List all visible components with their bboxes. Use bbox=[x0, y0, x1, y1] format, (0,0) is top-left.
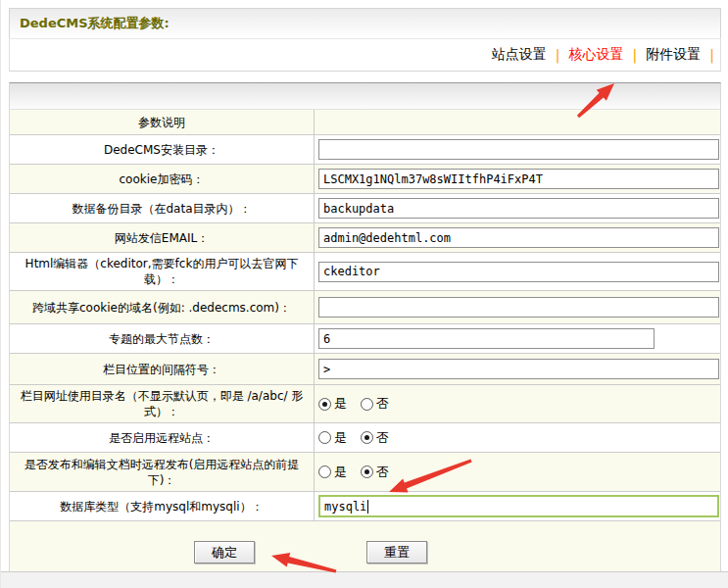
install-dir-input[interactable] bbox=[318, 139, 719, 160]
text-cursor bbox=[367, 500, 368, 514]
tab-separator: | bbox=[705, 47, 718, 63]
remote-publish-radio-yes-label: 是 bbox=[334, 464, 347, 481]
max-topic-nodes-label: 专题的最大节点数： bbox=[10, 324, 315, 353]
max-topic-nodes-input[interactable] bbox=[318, 328, 655, 349]
html-editor-label: Html编辑器（ckeditor,需要fck的用户可以去官网下载）： bbox=[10, 253, 315, 290]
radio-selected-icon[interactable] bbox=[361, 431, 373, 444]
install-dir-label: DedeCMS安装目录： bbox=[10, 135, 315, 164]
radio-unselected-icon[interactable] bbox=[361, 398, 373, 411]
cookie-domain-input[interactable] bbox=[318, 297, 719, 318]
db-type-value-cell: mysqli bbox=[315, 492, 720, 520]
dir-style-url-radio-yes[interactable]: 是 bbox=[318, 395, 347, 413]
remote-site-radio-no-label: 否 bbox=[376, 429, 389, 447]
config-rows: DedeCMS安装目录：cookie加密码：数据备份目录（在data目录内）：网… bbox=[10, 135, 720, 521]
config-row-html-editor: Html编辑器（ckeditor,需要fck的用户可以去官网下载）： bbox=[10, 253, 720, 291]
dir-style-url-label: 栏目网址使用目录名（不显示默认页，即是 /a/abc/ 形式）： bbox=[10, 385, 315, 422]
site-email-value-cell bbox=[315, 223, 720, 252]
table-header-row: 参数说明 bbox=[10, 110, 720, 135]
dir-style-url-value-cell: 是否 bbox=[315, 385, 720, 422]
site-email-input[interactable] bbox=[318, 227, 719, 248]
config-row-max-topic-nodes: 专题的最大节点数： bbox=[10, 324, 720, 354]
position-separator-value-cell bbox=[315, 354, 720, 384]
config-table: 参数说明 DedeCMS安装目录：cookie加密码：数据备份目录（在data目… bbox=[9, 82, 721, 578]
tab-separator: | bbox=[629, 47, 642, 63]
tab-site-settings[interactable]: 站点设置 bbox=[487, 46, 552, 64]
form-actions-row: 确定 重置 bbox=[10, 521, 720, 578]
radio-unselected-icon[interactable] bbox=[318, 466, 331, 478]
dir-style-url-radio-no-label: 否 bbox=[376, 395, 389, 413]
cookie-encode-value-cell bbox=[315, 165, 720, 193]
config-row-backup-dir: 数据备份目录（在data目录内）： bbox=[10, 194, 720, 223]
remote-site-radio-yes-label: 是 bbox=[334, 429, 347, 447]
remote-site-label: 是否启用远程站点： bbox=[10, 423, 315, 452]
config-row-dir-style-url: 栏目网址使用目录名（不显示默认页，即是 /a/abc/ 形式）：是否 bbox=[10, 385, 720, 423]
cookie-domain-value-cell bbox=[315, 291, 720, 323]
max-topic-nodes-value-cell bbox=[315, 324, 720, 353]
tab-core-settings[interactable]: 核心设置 bbox=[564, 46, 629, 64]
remote-publish-radio-yes[interactable]: 是 bbox=[318, 464, 347, 481]
remote-site-radio-no[interactable]: 否 bbox=[361, 429, 389, 447]
remote-publish-radio-no-label: 否 bbox=[376, 464, 389, 481]
dir-style-url-radio-no[interactable]: 否 bbox=[361, 395, 389, 413]
radio-selected-icon[interactable] bbox=[361, 466, 373, 478]
config-row-cookie-encode: cookie加密码： bbox=[10, 165, 720, 194]
confirm-button[interactable]: 确定 bbox=[194, 541, 255, 564]
config-row-install-dir: DedeCMS安装目录： bbox=[10, 135, 720, 165]
db-type-input-text: mysqli bbox=[324, 500, 366, 514]
remote-publish-radio-no[interactable]: 否 bbox=[361, 464, 389, 481]
page-title: DedeCMS系统配置参数: bbox=[20, 15, 170, 32]
position-separator-label: 栏目位置的间隔符号： bbox=[10, 354, 315, 384]
config-row-site-email: 网站发信EMAIL： bbox=[10, 223, 720, 253]
remote-publish-label: 是否发布和编辑文档时远程发布(启用远程站点的前提下)： bbox=[10, 453, 315, 491]
reset-button[interactable]: 重置 bbox=[366, 541, 427, 564]
config-row-remote-publish: 是否发布和编辑文档时远程发布(启用远程站点的前提下)：是否 bbox=[10, 453, 720, 492]
tab-attachment-settings[interactable]: 附件设置 bbox=[641, 46, 705, 64]
remote-site-radio-yes[interactable]: 是 bbox=[318, 429, 347, 447]
dedecms-config-page: DedeCMS系统配置参数: 站点设置|核心设置|附件设置| 参数说明 Dede… bbox=[0, 0, 728, 588]
config-row-cookie-domain: 跨域共享cookie的域名(例如: .dedecms.com)： bbox=[10, 291, 720, 324]
dir-style-url-radio-yes-label: 是 bbox=[334, 395, 347, 413]
db-type-input[interactable]: mysqli bbox=[318, 495, 719, 517]
cookie-encode-label: cookie加密码： bbox=[10, 165, 315, 193]
param-description-header: 参数说明 bbox=[10, 110, 315, 134]
backup-dir-input[interactable] bbox=[318, 198, 719, 219]
html-editor-input[interactable] bbox=[318, 262, 719, 282]
backup-dir-label: 数据备份目录（在data目录内）： bbox=[10, 194, 315, 222]
remote-site-value-cell: 是否 bbox=[315, 423, 720, 452]
page-titlebar: DedeCMS系统配置参数: bbox=[9, 8, 721, 38]
remote-publish-value-cell: 是否 bbox=[315, 453, 720, 491]
table-top-band bbox=[10, 83, 720, 110]
position-separator-input[interactable] bbox=[318, 359, 719, 379]
param-value-header bbox=[315, 110, 720, 134]
db-type-label: 数据库类型（支持mysql和mysqli）： bbox=[10, 492, 315, 520]
backup-dir-value-cell bbox=[315, 194, 720, 222]
radio-unselected-icon[interactable] bbox=[318, 431, 331, 444]
settings-tabbar: 站点设置|核心设置|附件设置| bbox=[9, 38, 721, 72]
html-editor-value-cell bbox=[315, 253, 720, 290]
config-row-position-separator: 栏目位置的间隔符号： bbox=[10, 354, 720, 385]
install-dir-value-cell bbox=[315, 135, 720, 164]
radio-selected-icon[interactable] bbox=[318, 398, 331, 411]
cookie-domain-label: 跨域共享cookie的域名(例如: .dedecms.com)： bbox=[10, 291, 315, 323]
bottom-strip bbox=[1, 571, 728, 588]
config-row-db-type: 数据库类型（支持mysql和mysqli）：mysqli bbox=[10, 492, 720, 521]
cookie-encode-input[interactable] bbox=[318, 169, 719, 189]
site-email-label: 网站发信EMAIL： bbox=[10, 223, 315, 252]
tab-separator: | bbox=[552, 47, 564, 63]
config-row-remote-site: 是否启用远程站点：是否 bbox=[10, 423, 720, 453]
